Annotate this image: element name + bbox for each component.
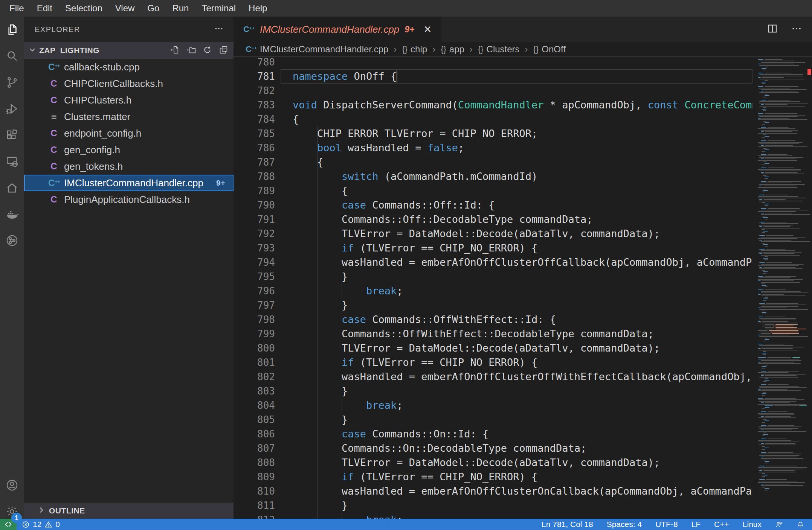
new-folder-icon[interactable] (186, 45, 196, 56)
refresh-icon[interactable] (203, 45, 212, 56)
remote-explorer-icon[interactable] (0, 148, 24, 175)
file-item[interactable]: Cendpoint_config.h (24, 125, 234, 142)
code-line[interactable]: 798 case Commands::OffWithEffect::Id: { (234, 312, 752, 327)
tab-imclustercommandhandler[interactable]: C++ IMClusterCommandHandler.cpp 9+ ✕ (234, 17, 441, 42)
menu-go[interactable]: Go (141, 0, 166, 17)
code-line[interactable]: 808 TLVError = DataModel::Decode(aDataTl… (234, 455, 752, 470)
status-encoding[interactable]: UTF-8 (655, 520, 678, 529)
menu-edit[interactable]: Edit (31, 0, 59, 17)
menu-file[interactable]: File (3, 0, 31, 17)
close-icon[interactable]: ✕ (424, 24, 432, 35)
menu-help[interactable]: Help (242, 0, 273, 17)
file-item[interactable]: Cgen_tokens.h (24, 158, 234, 175)
breadcrumb-item[interactable]: {}Clusters (478, 44, 520, 55)
code-line[interactable]: 784{ (234, 112, 752, 126)
minimap-line (758, 146, 807, 147)
code-line[interactable]: 792 TLVError = DataModel::Decode(aDataTl… (234, 227, 752, 241)
minimap[interactable] (752, 57, 807, 519)
minimap-line (761, 140, 795, 141)
collapse-all-icon[interactable] (219, 45, 228, 56)
split-editor-icon[interactable] (767, 23, 778, 36)
code-line[interactable]: 780 (234, 56, 752, 69)
code-line[interactable]: 783void DispatchServerCommand(CommandHan… (234, 98, 752, 112)
file-item[interactable]: ≡Clusters.matter (24, 108, 234, 125)
status-cursor-position[interactable]: Ln 781, Col 18 (542, 520, 593, 529)
code-text: } (275, 384, 348, 398)
home-icon[interactable] (0, 175, 24, 201)
code-line[interactable]: 793 if (TLVError == CHIP_NO_ERROR) { (234, 241, 752, 255)
line-number: 795 (234, 270, 275, 284)
file-item[interactable]: C++IMClusterCommandHandler.cpp9+ (24, 175, 234, 191)
code-line[interactable]: 807 Commands::On::DecodableType commandD… (234, 441, 752, 455)
code-line[interactable]: 796 break; (234, 284, 752, 298)
code-line[interactable]: 789 { (234, 184, 752, 198)
code-line[interactable]: 782 (234, 84, 752, 98)
docker-icon[interactable] (0, 201, 24, 227)
code-line[interactable]: 785 CHIP_ERROR TLVError = CHIP_NO_ERROR; (234, 126, 752, 141)
code-line[interactable]: 809 if (TLVError == CHIP_NO_ERROR) { (234, 470, 752, 484)
menu-terminal[interactable]: Terminal (195, 0, 242, 17)
live-share-icon[interactable] (0, 227, 24, 254)
code-line[interactable]: 791 Commands::Off::DecodableType command… (234, 212, 752, 227)
code-line[interactable]: 804 break; (234, 398, 752, 413)
menu-run[interactable]: Run (166, 0, 195, 17)
breadcrumb-item[interactable]: {}chip (402, 44, 427, 55)
code-line[interactable]: 802 wasHandled = emberAfOnOffClusterOffW… (234, 370, 752, 384)
source-control-icon[interactable] (0, 69, 24, 96)
code-line[interactable]: 781namespace OnOff { (234, 69, 752, 84)
code-line[interactable]: 786 bool wasHandled = false; (234, 141, 752, 155)
status-language-mode[interactable]: C++ (714, 520, 729, 529)
code-line[interactable]: 810 wasHandled = emberAfOnOffClusterOnCa… (234, 484, 752, 498)
file-item[interactable]: CPluginApplicationCallbacks.h (24, 191, 234, 208)
views-more-actions-icon[interactable] (214, 24, 224, 35)
feedback-icon[interactable] (775, 521, 783, 528)
minimap-line (761, 384, 789, 385)
minimap-line (758, 348, 793, 349)
menu-selection[interactable]: Selection (59, 0, 109, 17)
status-indentation[interactable]: Spaces: 4 (607, 520, 642, 529)
code-line[interactable]: 812 break; (234, 513, 752, 519)
file-item[interactable]: Cgen_config.h (24, 142, 234, 158)
breadcrumb-item[interactable]: {}OnOff (533, 44, 566, 55)
code-line[interactable]: 800 TLVError = DataModel::Decode(aDataTl… (234, 341, 752, 355)
folder-section-header[interactable]: ZAP_LIGHTING (24, 42, 234, 59)
file-item[interactable]: CCHIPClientCallbacks.h (24, 75, 234, 92)
status-eol[interactable]: LF (691, 520, 701, 529)
code-line[interactable]: 787 { (234, 155, 752, 169)
run-debug-icon[interactable] (0, 96, 24, 122)
bell-icon[interactable] (797, 521, 804, 528)
explorer-icon[interactable] (0, 17, 24, 43)
file-item[interactable]: C++callback-stub.cpp (24, 59, 234, 75)
indent-guide (317, 427, 317, 441)
editor-more-actions-icon[interactable] (791, 23, 802, 36)
code-line[interactable]: 805 } (234, 413, 752, 427)
extensions-icon[interactable] (0, 122, 24, 148)
code-line[interactable]: 795 } (234, 270, 752, 284)
minimap-line (758, 252, 801, 253)
menu-view[interactable]: View (109, 0, 141, 17)
code-line[interactable]: 811 } (234, 498, 752, 513)
minimap-line (758, 445, 796, 445)
code-line[interactable]: 788 switch (aCommandPath.mCommandId) (234, 169, 752, 184)
search-icon[interactable] (0, 43, 24, 69)
minimap-line (763, 434, 768, 435)
breadcrumb-item[interactable]: {}app (441, 44, 464, 55)
code-line[interactable]: 797 } (234, 298, 752, 312)
breadcrumb-item[interactable]: C++IMClusterCommandHandler.cpp (246, 44, 388, 55)
line-number: 785 (234, 126, 275, 141)
account-icon[interactable] (0, 472, 24, 498)
new-file-icon[interactable] (170, 45, 180, 56)
status-os[interactable]: Linux (743, 520, 762, 529)
code-line[interactable]: 799 Commands::OffWithEffect::DecodableTy… (234, 327, 752, 341)
file-item[interactable]: CCHIPClusters.h (24, 92, 234, 108)
minimap-line (761, 130, 798, 131)
code-line[interactable]: 801 if (TLVError == CHIP_NO_ERROR) { (234, 355, 752, 370)
code-line[interactable]: 790 case Commands::Off::Id: { (234, 198, 752, 212)
code-line[interactable]: 794 wasHandled = emberAfOnOffClusterOffC… (234, 255, 752, 270)
code-editor[interactable]: 780781namespace OnOff {782783void Dispat… (234, 56, 812, 519)
code-line[interactable]: 806 case Commands::On::Id: { (234, 427, 752, 441)
scrollbar[interactable] (807, 57, 812, 519)
outline-section-header[interactable]: OUTLINE (24, 502, 234, 519)
settings-gear-icon[interactable]: 1 (0, 498, 24, 525)
code-line[interactable]: 803 } (234, 384, 752, 398)
